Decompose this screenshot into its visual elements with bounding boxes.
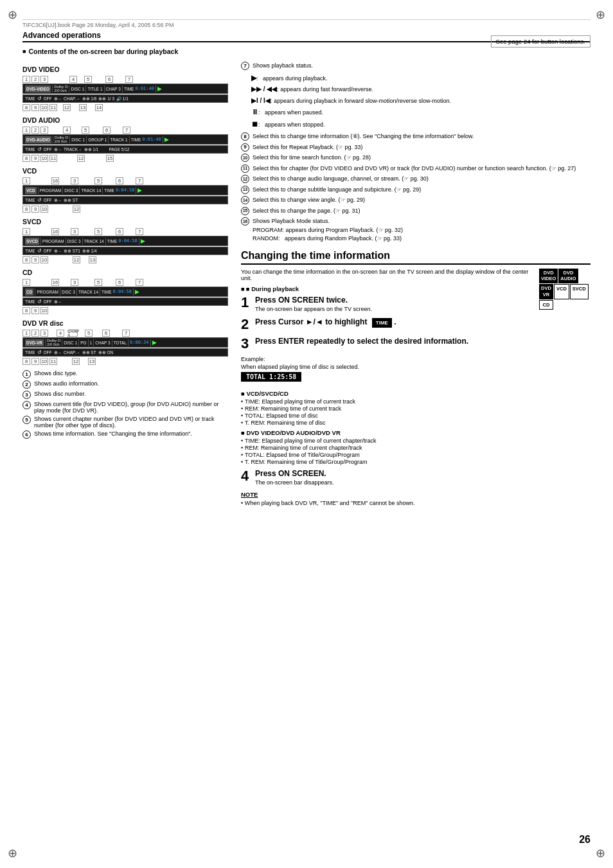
bot-num-8: 8 — [22, 104, 30, 111]
step-1: 1 Press ON SCREEN twice. The on-screen b… — [241, 296, 534, 312]
top-note: See page 24 for button locations. — [491, 35, 591, 48]
num-2: 2 — [31, 76, 39, 83]
step-4-content: Press ON SCREEN. The on-screen bar disap… — [255, 469, 591, 486]
dvd-video-block: DVD VIDEO 1 2 3 4 5 6 7 DVD-VIDEO — [22, 66, 228, 111]
legend-12: Select this to change audio language, ch… — [253, 175, 429, 184]
dvd-vr-main-bar: DVD-VR Dolby D2/0 0ch DISC 1 PG 1 CHAP 3… — [22, 337, 228, 348]
badge-dvd-audio: DVDAUDIO — [558, 269, 578, 284]
dvd-info-section: ■ DVD VIDEO/DVD AUDIO/DVD VR TIME: Elaps… — [241, 429, 591, 465]
num-6: 6 — [105, 76, 113, 83]
step-2-num: 2 — [241, 317, 251, 332]
num-3: 3 — [40, 76, 48, 83]
step-3: 3 Press ENTER repeatedly to select the d… — [241, 337, 591, 351]
legend-10: Select this for time search function. (☞… — [253, 154, 371, 163]
num-1: 1 — [22, 76, 30, 83]
dvd-bullet-1: TIME: Elapsed playing time of current ch… — [241, 438, 591, 444]
corner-mark-br: ⊕ — [596, 846, 605, 860]
bot-num-13: 13 — [79, 104, 87, 111]
legend-11: Select this for chapter (for DVD VIDEO a… — [253, 164, 576, 173]
vcd-label: VCD — [22, 167, 228, 175]
cd-label: CD — [22, 269, 228, 276]
dvd-bullet-2: REM: Remaining time of current chapter/t… — [241, 445, 591, 451]
dvd-bullets: TIME: Elapsed playing time of current ch… — [241, 438, 591, 465]
svcd-main-bar: SVCD PROGRAM DISC 3 TRACK 14 TIME 0:04:5… — [22, 236, 228, 246]
legend-left: 1 Shows disc type. 2 Shows audio informa… — [22, 370, 228, 439]
changing-time-section: Changing the time information DVDVIDEO D… — [241, 250, 591, 506]
dvd-audio-time-bar: TIME ↺ OFF ⊕→ TRACK→ ⊕⊕ 1/1 PAGE 5/12 — [22, 145, 228, 154]
step-2: 2 Press Cursor ►/◄ to highlight TIME . — [241, 317, 591, 332]
dvd-bullet-3: TOTAL: Elapsed time of Title/Group/Progr… — [241, 452, 591, 458]
cd-time-bar: TIME ↺ OFF ⊕→ — [22, 297, 228, 306]
badge-dvd-vr: DVDVR — [539, 284, 553, 299]
bot-num-14: 14 — [95, 104, 103, 111]
example-section: Example: When elapsed playing time of di… — [241, 356, 591, 387]
legend-13: Select this to change subtitle language … — [253, 186, 421, 195]
legend-right: 7 Shows playback status. ▶: appears duri… — [241, 62, 591, 244]
corner-mark-tl: ⊕ — [8, 8, 17, 22]
legend-7c: ▶I / I◀: appears during playback in forw… — [251, 96, 591, 106]
step-1-content: Press ON SCREEN twice. The on-screen bar… — [255, 296, 534, 312]
dvd-vr-time-bar: TIME ↺ OFF ⊕→ CHAP.→ ⊕⊕ ST ⊕⊕ ON — [22, 348, 228, 357]
legend-2: Shows audio information. — [34, 380, 99, 387]
dvd-vr-label: DVD VR disc — [22, 319, 228, 327]
legend-15: Select this to change the page. (☞ pg. 3… — [253, 207, 360, 216]
legend-9: Select this for Repeat Playback. (☞ pg. … — [253, 143, 363, 152]
time-highlight: TIME — [372, 318, 392, 328]
dvd-audio-label: DVD AUDIO — [22, 116, 228, 124]
note-text: • When playing back DVD VR, "TIME" and "… — [241, 500, 591, 506]
dvd-audio-main-bar: DVD-AUDIO Dolby D2/0 0ch DISC 1 GROUP 1 … — [22, 134, 228, 145]
left-column: DVD VIDEO 1 2 3 4 5 6 7 DVD-VIDEO — [22, 62, 228, 506]
svcd-label: SVCD — [22, 218, 228, 226]
vcd-bullets: TIME: Elapsed playing time of current tr… — [241, 398, 591, 426]
legend-7: Shows playback status. — [253, 62, 313, 71]
legend-7e: ⏹: appears when stopped. — [251, 119, 591, 130]
legend-4: Shows current title (for DVD VIDEO), gro… — [34, 401, 228, 414]
vcd-bullet-3: TOTAL: Elapsed time of disc — [241, 412, 591, 419]
example-label: Example: — [241, 356, 591, 362]
legend-1: Shows disc type. — [34, 370, 78, 376]
total-display: TOTAL 1:25:58 — [241, 372, 301, 382]
step-3-content: Press ENTER repeatedly to select the des… — [255, 337, 591, 347]
legend-7d: ⏸: appears when paused. — [251, 107, 591, 118]
legend-7b: ▶▶ / ◀◀: appears during fast forward/rev… — [251, 84, 591, 94]
cd-main-bar: CD PROGRAM DISC 3 TRACK 14 TIME 0:04:58 … — [22, 287, 228, 297]
dvd-video-main-bar: DVD-VIDEO Dolby D2/0 0ch DISC 1 TITLE 1 … — [22, 84, 228, 94]
legend-3: Shows disc number. — [34, 391, 86, 397]
vcd-info-section: ■ VCD/SVCD/CD TIME: Elapsed playing time… — [241, 390, 591, 426]
legend-5: Shows current chapter number (for DVD VI… — [34, 416, 228, 429]
note-title: NOTE — [241, 491, 591, 498]
step-4-desc: The on-screen bar disappears. — [255, 479, 591, 486]
page-file-header: TIFC3C6[UJ].book Page 26 Monday, April 4… — [22, 19, 591, 28]
corner-mark-bl: ⊕ — [8, 846, 17, 860]
step-2-title: Press Cursor ►/◄ to highlight TIME . — [255, 317, 591, 328]
legend-8: Select this to change time information (… — [253, 132, 474, 141]
step-4-title: Press ON SCREEN. — [255, 469, 591, 478]
svcd-block: SVCD 1 16 3 5 6 7 SVCD PROG — [22, 218, 228, 263]
vcd-section-title: ■ VCD/SVCD/CD — [241, 390, 591, 397]
onscreen-bar-subtitle: Contents of the on-screen bar during pla… — [22, 48, 591, 55]
badge-vcd: VCD — [554, 284, 569, 299]
svcd-time-bar: TIME ↺ OFF ⊕→ ⊕⊕ ST1 ⊕⊕ 1/4 — [22, 247, 228, 255]
badge-svcd: SVCD — [570, 284, 589, 299]
step-4-num: 4 — [241, 469, 251, 483]
right-column: 7 Shows playback status. ▶: appears duri… — [241, 62, 591, 506]
disc-badges: DVDVIDEO DVDAUDIO DVDVR VCD SVCD CD — [539, 269, 591, 310]
vcd-bullet-1: TIME: Elapsed playing time of current tr… — [241, 398, 591, 405]
dvd-audio-block: DVD AUDIO 1 2 3 4 5 6 7 DVD-AUDIO — [22, 116, 228, 162]
legend-14: Select this to change view angle. (☞ pg.… — [253, 196, 365, 205]
vcd-main-bar: VCD PROGRAM DISC 3 TRACK 14 TIME 0:04:58… — [22, 185, 228, 195]
vcd-block: VCD 1 16 3 5 6 7 VCD PROGRA — [22, 167, 228, 213]
vcd-bullet-4: T. REM: Remaining time of disc — [241, 420, 591, 426]
step-2-content: Press Cursor ►/◄ to highlight TIME . — [255, 317, 591, 329]
changing-time-intro: You can change the time information in t… — [241, 269, 591, 281]
step-4: 4 Press ON SCREEN. The on-screen bar dis… — [241, 469, 591, 486]
legend-6: Shows time information. See "Changing th… — [34, 430, 192, 437]
step-3-num: 3 — [241, 337, 251, 351]
bot-num-10: 10 — [40, 104, 48, 111]
changing-time-title: Changing the time information — [241, 250, 591, 265]
bot-num-9: 9 — [31, 104, 39, 111]
during-playback-label: ■■ During playback — [241, 285, 534, 292]
step-3-title: Press ENTER repeatedly to select the des… — [255, 337, 591, 346]
dvd-video-label: DVD VIDEO — [22, 66, 228, 73]
badge-cd: CD — [539, 300, 553, 310]
